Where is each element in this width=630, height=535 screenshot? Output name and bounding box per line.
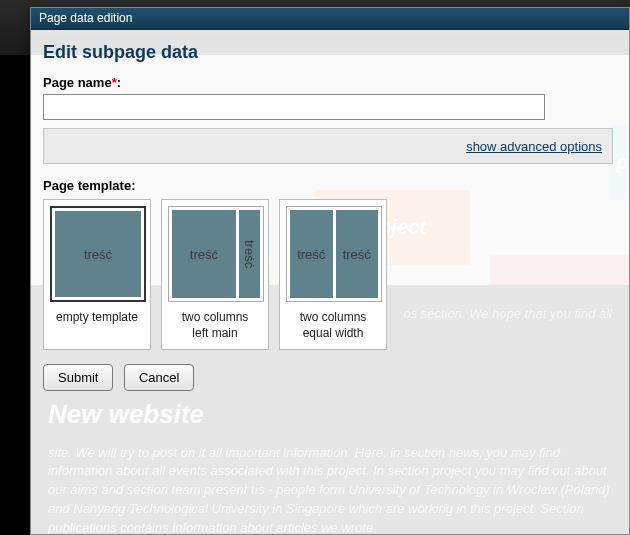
template-block: treść <box>239 210 260 298</box>
modal-titlebar[interactable]: Page data edition <box>31 8 629 30</box>
page-name-label-text: Page name <box>43 75 112 90</box>
template-block: treść <box>55 211 141 297</box>
page-name-input[interactable] <box>43 94 545 120</box>
template-two-equal-caption: two columns equal width <box>286 310 380 341</box>
modal-body: Edit subpage data Page name*: show advan… <box>31 30 629 407</box>
template-two-columns-left-main[interactable]: treść treść two columns left main <box>161 199 269 350</box>
advanced-options-box: show advanced options <box>43 128 613 164</box>
modal-heading: Edit subpage data <box>43 42 619 63</box>
template-block: treść <box>336 210 379 298</box>
button-row: Submit Cancel <box>43 364 617 391</box>
template-empty-caption: empty template <box>50 310 144 326</box>
show-advanced-options-link[interactable]: show advanced options <box>466 139 602 154</box>
template-empty-preview: treść <box>50 206 146 302</box>
page-name-label: Page name*: <box>43 75 619 90</box>
edit-subpage-modal: Page data edition Edit subpage data Page… <box>30 7 630 535</box>
required-asterisk: * <box>112 75 117 90</box>
page-template-label: Page template: <box>43 178 619 193</box>
template-block: treść <box>290 210 333 298</box>
template-block: treść <box>172 210 236 298</box>
cancel-button[interactable]: Cancel <box>124 364 194 391</box>
template-two-columns-equal[interactable]: treść treść two columns equal width <box>279 199 387 350</box>
template-empty[interactable]: treść empty template <box>43 199 151 350</box>
submit-button[interactable]: Submit <box>43 364 113 391</box>
template-two-left-preview: treść treść <box>168 206 264 302</box>
template-two-left-caption: two columns left main <box>168 310 262 341</box>
template-two-equal-preview: treść treść <box>286 206 382 302</box>
template-picker: treść empty template treść treść two col… <box>43 199 619 350</box>
